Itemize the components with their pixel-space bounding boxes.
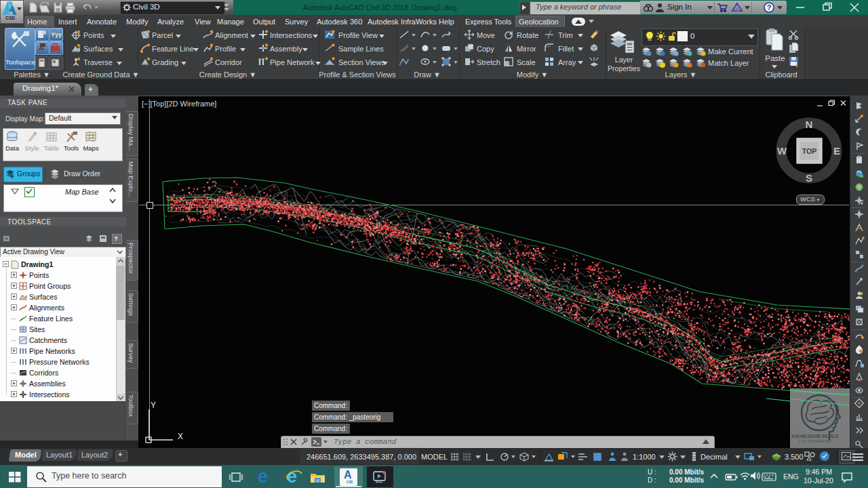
- svg-text:TOP: TOP: [802, 147, 816, 155]
- svg-text:CIVIL ENGINEERING: CIVIL ENGINEERING: [799, 439, 832, 443]
- svg-text:N: N: [806, 119, 813, 130]
- svg-text:Yyy: Yyy: [51, 31, 62, 38]
- svg-text:W: W: [777, 145, 787, 157]
- svg-text:e: e: [258, 466, 268, 487]
- svg-text:S: S: [806, 172, 812, 184]
- svg-text:X: X: [178, 432, 183, 441]
- svg-text:KNOWLEDGE WORLD: KNOWLEDGE WORLD: [791, 434, 839, 439]
- svg-text:Y: Y: [151, 401, 156, 410]
- svg-text:e: e: [287, 466, 297, 487]
- svg-text:E: E: [833, 145, 840, 157]
- svg-text:?: ?: [767, 3, 772, 12]
